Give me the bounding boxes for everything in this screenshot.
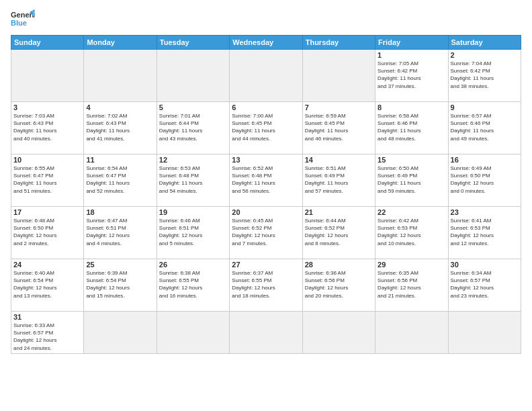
calendar-day-cell — [11, 50, 84, 102]
day-info: Sunrise: 6:38 AM Sunset: 6:55 PM Dayligh… — [159, 269, 227, 300]
day-info: Sunrise: 7:04 AM Sunset: 6:42 PM Dayligh… — [451, 60, 519, 90]
day-number: 21 — [305, 208, 373, 216]
calendar-day-cell — [230, 312, 302, 354]
day-info: Sunrise: 6:59 AM Sunset: 6:45 PM Dayligh… — [305, 112, 373, 142]
day-info: Sunrise: 6:45 AM Sunset: 6:52 PM Dayligh… — [232, 217, 300, 247]
day-info: Sunrise: 6:40 AM Sunset: 6:54 PM Dayligh… — [13, 269, 81, 300]
day-info: Sunrise: 7:01 AM Sunset: 6:44 PM Dayligh… — [159, 112, 227, 142]
day-number: 13 — [232, 156, 300, 164]
day-number: 18 — [86, 208, 154, 216]
calendar-day-cell: 8Sunrise: 6:58 AM Sunset: 6:46 PM Daylig… — [375, 102, 448, 154]
calendar-day-cell: 31Sunrise: 6:33 AM Sunset: 6:57 PM Dayli… — [11, 312, 84, 354]
header: General Blue — [0, 0, 532, 35]
weekday-header-saturday: Saturday — [448, 36, 521, 50]
day-info: Sunrise: 6:55 AM Sunset: 6:47 PM Dayligh… — [13, 165, 81, 195]
calendar-day-cell — [157, 312, 229, 354]
day-number: 28 — [305, 261, 373, 269]
day-number: 29 — [378, 261, 445, 269]
calendar-week-row: 24Sunrise: 6:40 AM Sunset: 6:54 PM Dayli… — [11, 259, 521, 312]
day-info: Sunrise: 6:46 AM Sunset: 6:51 PM Dayligh… — [159, 217, 227, 247]
calendar-body: 1Sunrise: 7:05 AM Sunset: 6:42 PM Daylig… — [11, 50, 521, 354]
calendar-day-cell — [84, 50, 157, 102]
day-info: Sunrise: 6:39 AM Sunset: 6:54 PM Dayligh… — [86, 269, 154, 300]
calendar-day-cell: 23Sunrise: 6:41 AM Sunset: 6:53 PM Dayli… — [448, 207, 521, 259]
day-info: Sunrise: 6:35 AM Sunset: 6:56 PM Dayligh… — [378, 269, 445, 300]
logo: General Blue — [11, 7, 35, 31]
day-number: 25 — [86, 261, 154, 269]
calendar-table: SundayMondayTuesdayWednesdayThursdayFrid… — [11, 35, 521, 354]
day-number: 8 — [378, 103, 445, 111]
weekday-header-friday: Friday — [375, 36, 448, 50]
calendar-day-cell: 1Sunrise: 7:05 AM Sunset: 6:42 PM Daylig… — [375, 50, 448, 102]
calendar-day-cell: 20Sunrise: 6:45 AM Sunset: 6:52 PM Dayli… — [230, 207, 302, 259]
calendar-day-cell: 25Sunrise: 6:39 AM Sunset: 6:54 PM Dayli… — [84, 259, 157, 312]
calendar-day-cell — [230, 50, 302, 102]
day-info: Sunrise: 6:44 AM Sunset: 6:52 PM Dayligh… — [305, 217, 373, 247]
day-info: Sunrise: 6:34 AM Sunset: 6:57 PM Dayligh… — [451, 269, 519, 300]
day-number: 23 — [451, 208, 519, 216]
day-number: 14 — [305, 156, 373, 164]
calendar-week-row: 17Sunrise: 6:48 AM Sunset: 6:50 PM Dayli… — [11, 207, 521, 259]
day-info: Sunrise: 6:36 AM Sunset: 6:56 PM Dayligh… — [305, 269, 373, 300]
day-number: 22 — [378, 208, 445, 216]
calendar-day-cell: 18Sunrise: 6:47 AM Sunset: 6:51 PM Dayli… — [84, 207, 157, 259]
calendar-header: SundayMondayTuesdayWednesdayThursdayFrid… — [11, 36, 521, 50]
calendar-day-cell: 11Sunrise: 6:54 AM Sunset: 6:47 PM Dayli… — [84, 154, 157, 207]
day-info: Sunrise: 6:41 AM Sunset: 6:53 PM Dayligh… — [451, 217, 519, 247]
day-info: Sunrise: 7:00 AM Sunset: 6:45 PM Dayligh… — [232, 112, 300, 142]
calendar-week-row: 3Sunrise: 7:03 AM Sunset: 6:43 PM Daylig… — [11, 102, 521, 154]
calendar-day-cell: 30Sunrise: 6:34 AM Sunset: 6:57 PM Dayli… — [448, 259, 521, 312]
calendar-day-cell: 19Sunrise: 6:46 AM Sunset: 6:51 PM Dayli… — [157, 207, 229, 259]
calendar-week-row: 31Sunrise: 6:33 AM Sunset: 6:57 PM Dayli… — [11, 312, 521, 354]
calendar-day-cell: 5Sunrise: 7:01 AM Sunset: 6:44 PM Daylig… — [157, 102, 229, 154]
day-info: Sunrise: 6:54 AM Sunset: 6:47 PM Dayligh… — [86, 165, 154, 195]
calendar-day-cell: 13Sunrise: 6:52 AM Sunset: 6:48 PM Dayli… — [230, 154, 302, 207]
calendar-day-cell: 28Sunrise: 6:36 AM Sunset: 6:56 PM Dayli… — [302, 259, 375, 312]
day-number: 5 — [159, 103, 227, 111]
day-info: Sunrise: 6:58 AM Sunset: 6:46 PM Dayligh… — [378, 112, 445, 142]
calendar-day-cell: 3Sunrise: 7:03 AM Sunset: 6:43 PM Daylig… — [11, 102, 84, 154]
calendar-day-cell: 27Sunrise: 6:37 AM Sunset: 6:55 PM Dayli… — [230, 259, 302, 312]
day-number: 4 — [86, 103, 154, 111]
day-info: Sunrise: 6:50 AM Sunset: 6:49 PM Dayligh… — [378, 165, 445, 195]
day-info: Sunrise: 6:53 AM Sunset: 6:48 PM Dayligh… — [159, 165, 227, 195]
calendar-day-cell — [302, 50, 375, 102]
day-number: 30 — [451, 261, 519, 269]
day-info: Sunrise: 6:51 AM Sunset: 6:49 PM Dayligh… — [305, 165, 373, 195]
day-info: Sunrise: 7:02 AM Sunset: 6:43 PM Dayligh… — [86, 112, 154, 142]
weekday-header-row: SundayMondayTuesdayWednesdayThursdayFrid… — [11, 36, 521, 50]
day-number: 17 — [13, 208, 81, 216]
day-info: Sunrise: 6:57 AM Sunset: 6:46 PM Dayligh… — [451, 112, 519, 142]
weekday-header-tuesday: Tuesday — [157, 36, 229, 50]
page: General Blue SundayMondayTuesdayWednesda… — [0, 0, 532, 411]
calendar-day-cell: 2Sunrise: 7:04 AM Sunset: 6:42 PM Daylig… — [448, 50, 521, 102]
calendar-day-cell: 15Sunrise: 6:50 AM Sunset: 6:49 PM Dayli… — [375, 154, 448, 207]
calendar-day-cell: 4Sunrise: 7:02 AM Sunset: 6:43 PM Daylig… — [84, 102, 157, 154]
calendar-day-cell: 14Sunrise: 6:51 AM Sunset: 6:49 PM Dayli… — [302, 154, 375, 207]
calendar-day-cell — [157, 50, 229, 102]
day-number: 3 — [13, 103, 81, 111]
day-number: 27 — [232, 261, 300, 269]
calendar-day-cell: 26Sunrise: 6:38 AM Sunset: 6:55 PM Dayli… — [157, 259, 229, 312]
day-number: 16 — [451, 156, 519, 164]
calendar-day-cell — [448, 312, 521, 354]
calendar-day-cell: 16Sunrise: 6:49 AM Sunset: 6:50 PM Dayli… — [448, 154, 521, 207]
weekday-header-sunday: Sunday — [11, 36, 84, 50]
day-number: 6 — [232, 103, 300, 111]
calendar-day-cell: 29Sunrise: 6:35 AM Sunset: 6:56 PM Dayli… — [375, 259, 448, 312]
day-info: Sunrise: 6:42 AM Sunset: 6:53 PM Dayligh… — [378, 217, 445, 247]
day-info: Sunrise: 6:37 AM Sunset: 6:55 PM Dayligh… — [232, 269, 300, 300]
calendar-week-row: 10Sunrise: 6:55 AM Sunset: 6:47 PM Dayli… — [11, 154, 521, 207]
day-info: Sunrise: 6:52 AM Sunset: 6:48 PM Dayligh… — [232, 165, 300, 195]
day-info: Sunrise: 7:03 AM Sunset: 6:43 PM Dayligh… — [13, 112, 81, 142]
day-info: Sunrise: 6:33 AM Sunset: 6:57 PM Dayligh… — [13, 322, 81, 352]
weekday-header-monday: Monday — [84, 36, 157, 50]
calendar-day-cell: 17Sunrise: 6:48 AM Sunset: 6:50 PM Dayli… — [11, 207, 84, 259]
day-number: 26 — [159, 261, 227, 269]
day-number: 11 — [86, 156, 154, 164]
calendar-day-cell: 6Sunrise: 7:00 AM Sunset: 6:45 PM Daylig… — [230, 102, 302, 154]
calendar-day-cell: 12Sunrise: 6:53 AM Sunset: 6:48 PM Dayli… — [157, 154, 229, 207]
day-number: 24 — [13, 261, 81, 269]
day-number: 19 — [159, 208, 227, 216]
calendar-day-cell: 22Sunrise: 6:42 AM Sunset: 6:53 PM Dayli… — [375, 207, 448, 259]
